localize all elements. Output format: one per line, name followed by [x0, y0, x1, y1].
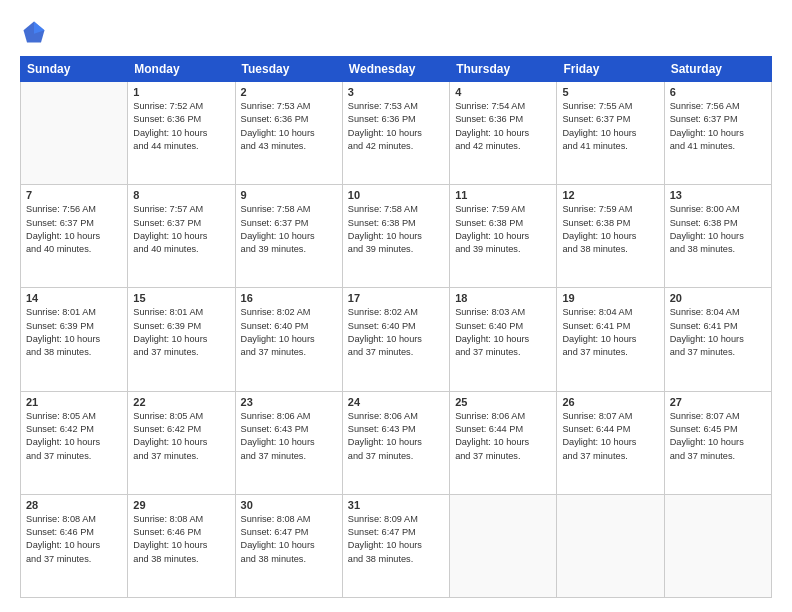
week-row-2: 7Sunrise: 7:56 AM Sunset: 6:37 PM Daylig… — [21, 185, 772, 288]
calendar-cell: 4Sunrise: 7:54 AM Sunset: 6:36 PM Daylig… — [450, 82, 557, 185]
weekday-header-tuesday: Tuesday — [235, 57, 342, 82]
day-number: 22 — [133, 396, 229, 408]
day-number: 8 — [133, 189, 229, 201]
calendar-cell: 29Sunrise: 8:08 AM Sunset: 6:46 PM Dayli… — [128, 494, 235, 597]
week-row-1: 1Sunrise: 7:52 AM Sunset: 6:36 PM Daylig… — [21, 82, 772, 185]
cell-info: Sunrise: 8:09 AM Sunset: 6:47 PM Dayligh… — [348, 513, 444, 566]
cell-info: Sunrise: 8:05 AM Sunset: 6:42 PM Dayligh… — [133, 410, 229, 463]
calendar-cell: 27Sunrise: 8:07 AM Sunset: 6:45 PM Dayli… — [664, 391, 771, 494]
calendar-cell: 6Sunrise: 7:56 AM Sunset: 6:37 PM Daylig… — [664, 82, 771, 185]
week-row-4: 21Sunrise: 8:05 AM Sunset: 6:42 PM Dayli… — [21, 391, 772, 494]
calendar-cell: 12Sunrise: 7:59 AM Sunset: 6:38 PM Dayli… — [557, 185, 664, 288]
calendar-cell: 28Sunrise: 8:08 AM Sunset: 6:46 PM Dayli… — [21, 494, 128, 597]
logo — [20, 18, 52, 46]
day-number: 25 — [455, 396, 551, 408]
calendar-cell: 3Sunrise: 7:53 AM Sunset: 6:36 PM Daylig… — [342, 82, 449, 185]
calendar-cell: 1Sunrise: 7:52 AM Sunset: 6:36 PM Daylig… — [128, 82, 235, 185]
calendar-table: SundayMondayTuesdayWednesdayThursdayFrid… — [20, 56, 772, 598]
cell-info: Sunrise: 8:02 AM Sunset: 6:40 PM Dayligh… — [241, 306, 337, 359]
calendar-cell: 5Sunrise: 7:55 AM Sunset: 6:37 PM Daylig… — [557, 82, 664, 185]
cell-info: Sunrise: 8:06 AM Sunset: 6:43 PM Dayligh… — [241, 410, 337, 463]
cell-info: Sunrise: 7:55 AM Sunset: 6:37 PM Dayligh… — [562, 100, 658, 153]
cell-info: Sunrise: 7:53 AM Sunset: 6:36 PM Dayligh… — [241, 100, 337, 153]
day-number: 19 — [562, 292, 658, 304]
weekday-header-wednesday: Wednesday — [342, 57, 449, 82]
calendar-cell: 16Sunrise: 8:02 AM Sunset: 6:40 PM Dayli… — [235, 288, 342, 391]
cell-info: Sunrise: 8:08 AM Sunset: 6:46 PM Dayligh… — [26, 513, 122, 566]
day-number: 12 — [562, 189, 658, 201]
week-row-3: 14Sunrise: 8:01 AM Sunset: 6:39 PM Dayli… — [21, 288, 772, 391]
day-number: 6 — [670, 86, 766, 98]
day-number: 30 — [241, 499, 337, 511]
weekday-header-sunday: Sunday — [21, 57, 128, 82]
day-number: 2 — [241, 86, 337, 98]
day-number: 4 — [455, 86, 551, 98]
calendar-cell: 30Sunrise: 8:08 AM Sunset: 6:47 PM Dayli… — [235, 494, 342, 597]
day-number: 16 — [241, 292, 337, 304]
calendar-cell: 2Sunrise: 7:53 AM Sunset: 6:36 PM Daylig… — [235, 82, 342, 185]
day-number: 13 — [670, 189, 766, 201]
cell-info: Sunrise: 7:56 AM Sunset: 6:37 PM Dayligh… — [670, 100, 766, 153]
day-number: 28 — [26, 499, 122, 511]
weekday-header-thursday: Thursday — [450, 57, 557, 82]
cell-info: Sunrise: 8:02 AM Sunset: 6:40 PM Dayligh… — [348, 306, 444, 359]
calendar-cell: 31Sunrise: 8:09 AM Sunset: 6:47 PM Dayli… — [342, 494, 449, 597]
weekday-header-row: SundayMondayTuesdayWednesdayThursdayFrid… — [21, 57, 772, 82]
cell-info: Sunrise: 8:05 AM Sunset: 6:42 PM Dayligh… — [26, 410, 122, 463]
day-number: 27 — [670, 396, 766, 408]
day-number: 5 — [562, 86, 658, 98]
header — [20, 18, 772, 46]
week-row-5: 28Sunrise: 8:08 AM Sunset: 6:46 PM Dayli… — [21, 494, 772, 597]
calendar-cell: 14Sunrise: 8:01 AM Sunset: 6:39 PM Dayli… — [21, 288, 128, 391]
day-number: 7 — [26, 189, 122, 201]
day-number: 9 — [241, 189, 337, 201]
cell-info: Sunrise: 8:01 AM Sunset: 6:39 PM Dayligh… — [133, 306, 229, 359]
day-number: 3 — [348, 86, 444, 98]
cell-info: Sunrise: 8:06 AM Sunset: 6:44 PM Dayligh… — [455, 410, 551, 463]
page: SundayMondayTuesdayWednesdayThursdayFrid… — [0, 0, 792, 612]
weekday-header-saturday: Saturday — [664, 57, 771, 82]
cell-info: Sunrise: 7:59 AM Sunset: 6:38 PM Dayligh… — [455, 203, 551, 256]
cell-info: Sunrise: 7:54 AM Sunset: 6:36 PM Dayligh… — [455, 100, 551, 153]
calendar-cell: 11Sunrise: 7:59 AM Sunset: 6:38 PM Dayli… — [450, 185, 557, 288]
calendar-cell — [557, 494, 664, 597]
cell-info: Sunrise: 8:00 AM Sunset: 6:38 PM Dayligh… — [670, 203, 766, 256]
cell-info: Sunrise: 7:58 AM Sunset: 6:37 PM Dayligh… — [241, 203, 337, 256]
cell-info: Sunrise: 7:57 AM Sunset: 6:37 PM Dayligh… — [133, 203, 229, 256]
day-number: 21 — [26, 396, 122, 408]
day-number: 1 — [133, 86, 229, 98]
day-number: 31 — [348, 499, 444, 511]
cell-info: Sunrise: 8:04 AM Sunset: 6:41 PM Dayligh… — [670, 306, 766, 359]
calendar-cell — [450, 494, 557, 597]
cell-info: Sunrise: 7:53 AM Sunset: 6:36 PM Dayligh… — [348, 100, 444, 153]
calendar-cell: 19Sunrise: 8:04 AM Sunset: 6:41 PM Dayli… — [557, 288, 664, 391]
cell-info: Sunrise: 7:58 AM Sunset: 6:38 PM Dayligh… — [348, 203, 444, 256]
cell-info: Sunrise: 7:52 AM Sunset: 6:36 PM Dayligh… — [133, 100, 229, 153]
cell-info: Sunrise: 8:06 AM Sunset: 6:43 PM Dayligh… — [348, 410, 444, 463]
calendar-cell: 26Sunrise: 8:07 AM Sunset: 6:44 PM Dayli… — [557, 391, 664, 494]
cell-info: Sunrise: 8:03 AM Sunset: 6:40 PM Dayligh… — [455, 306, 551, 359]
calendar-cell: 20Sunrise: 8:04 AM Sunset: 6:41 PM Dayli… — [664, 288, 771, 391]
calendar-cell: 10Sunrise: 7:58 AM Sunset: 6:38 PM Dayli… — [342, 185, 449, 288]
logo-icon — [20, 18, 48, 46]
day-number: 11 — [455, 189, 551, 201]
weekday-header-friday: Friday — [557, 57, 664, 82]
calendar-cell: 9Sunrise: 7:58 AM Sunset: 6:37 PM Daylig… — [235, 185, 342, 288]
cell-info: Sunrise: 8:04 AM Sunset: 6:41 PM Dayligh… — [562, 306, 658, 359]
calendar-cell — [21, 82, 128, 185]
cell-info: Sunrise: 8:01 AM Sunset: 6:39 PM Dayligh… — [26, 306, 122, 359]
calendar-cell — [664, 494, 771, 597]
day-number: 10 — [348, 189, 444, 201]
calendar-cell: 8Sunrise: 7:57 AM Sunset: 6:37 PM Daylig… — [128, 185, 235, 288]
calendar-cell: 13Sunrise: 8:00 AM Sunset: 6:38 PM Dayli… — [664, 185, 771, 288]
weekday-header-monday: Monday — [128, 57, 235, 82]
cell-info: Sunrise: 7:56 AM Sunset: 6:37 PM Dayligh… — [26, 203, 122, 256]
calendar-cell: 7Sunrise: 7:56 AM Sunset: 6:37 PM Daylig… — [21, 185, 128, 288]
calendar-cell: 25Sunrise: 8:06 AM Sunset: 6:44 PM Dayli… — [450, 391, 557, 494]
day-number: 18 — [455, 292, 551, 304]
day-number: 17 — [348, 292, 444, 304]
cell-info: Sunrise: 8:08 AM Sunset: 6:46 PM Dayligh… — [133, 513, 229, 566]
day-number: 26 — [562, 396, 658, 408]
calendar-cell: 21Sunrise: 8:05 AM Sunset: 6:42 PM Dayli… — [21, 391, 128, 494]
calendar-cell: 23Sunrise: 8:06 AM Sunset: 6:43 PM Dayli… — [235, 391, 342, 494]
